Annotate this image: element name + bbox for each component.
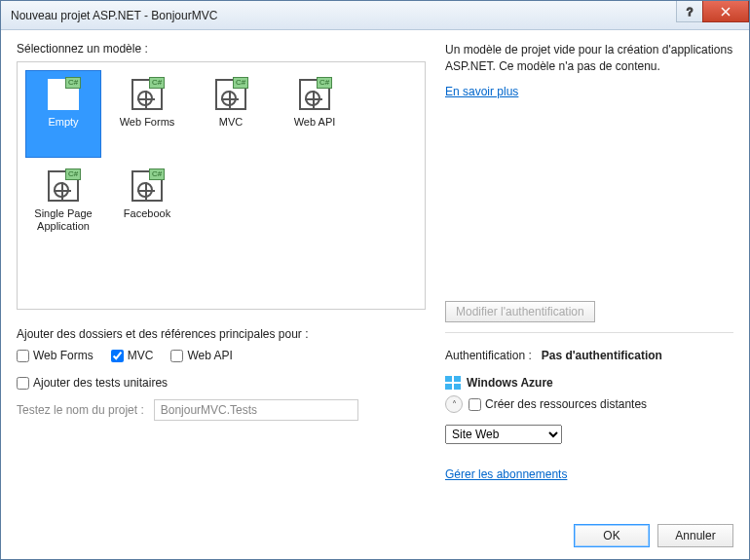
- check-unit-tests-input[interactable]: [17, 377, 29, 390]
- svg-text:?: ?: [687, 7, 693, 17]
- template-mvc[interactable]: C#MVC: [193, 70, 269, 158]
- svg-rect-4: [454, 384, 461, 390]
- modify-auth-button[interactable]: Modifier l'authentification: [445, 301, 595, 322]
- test-name-row: Testez le nom du projet :: [17, 399, 426, 421]
- template-icon: C#: [46, 168, 81, 204]
- template-icon: C#: [297, 77, 332, 112]
- check-mvc[interactable]: MVC: [111, 349, 154, 362]
- select-template-label: Sélectionnez un modèle :: [17, 42, 426, 56]
- auth-row: Authentification : Pas d'authentificatio…: [445, 349, 733, 362]
- template-facebook[interactable]: C#Facebook: [109, 162, 185, 249]
- template-web-forms[interactable]: C#Web Forms: [109, 70, 185, 158]
- ok-button[interactable]: OK: [574, 524, 650, 547]
- window-controls: ?: [677, 1, 749, 29]
- template-label: Web Forms: [120, 116, 175, 129]
- template-label: Empty: [48, 116, 78, 129]
- azure-header: Windows Azure: [445, 376, 733, 390]
- test-name-input[interactable]: [154, 399, 358, 421]
- template-icon: C#: [130, 77, 165, 112]
- template-description: Un modèle de projet vide pour la créatio…: [445, 42, 733, 75]
- close-button[interactable]: [702, 1, 749, 22]
- azure-remote-row: ˄ Créer des ressources distantes: [445, 395, 733, 413]
- dialog-footer: OK Annuler: [17, 510, 733, 547]
- template-icon: C#: [213, 77, 248, 112]
- test-name-label: Testez le nom du projet :: [17, 403, 144, 417]
- manage-subs-link[interactable]: Gérer les abonnements: [445, 467, 733, 481]
- chevron-up-icon[interactable]: ˄: [445, 395, 463, 413]
- folders-label: Ajouter des dossiers et des références p…: [17, 327, 426, 341]
- template-single-page-application[interactable]: C#Single Page Application: [25, 162, 101, 249]
- check-mvc-input[interactable]: [111, 350, 124, 362]
- template-icon: C#: [130, 168, 165, 204]
- dialog-body: Sélectionnez un modèle : C#EmptyC#Web Fo…: [1, 30, 749, 559]
- template-label: MVC: [219, 116, 243, 129]
- help-button[interactable]: ?: [676, 1, 703, 22]
- azure-resource-select[interactable]: Site Web: [445, 425, 562, 444]
- learn-more-link[interactable]: En savoir plus: [445, 85, 733, 98]
- check-unit-tests[interactable]: Ajouter des tests unitaires: [17, 376, 426, 390]
- window-title: Nouveau projet ASP.NET - BonjourMVC: [11, 9, 677, 22]
- check-create-remote-input[interactable]: [469, 398, 481, 411]
- check-webapi-input[interactable]: [170, 350, 183, 362]
- azure-icon: [445, 376, 461, 390]
- check-webapi[interactable]: Web API: [170, 349, 232, 362]
- svg-rect-2: [454, 376, 461, 382]
- template-icon: C#: [46, 77, 81, 112]
- titlebar[interactable]: Nouveau projet ASP.NET - BonjourMVC ?: [1, 1, 749, 30]
- svg-rect-1: [445, 376, 452, 382]
- template-grid: C#EmptyC#Web FormsC#MVCC#Web APIC#Single…: [17, 61, 426, 310]
- svg-rect-3: [445, 384, 452, 390]
- dialog-window: Nouveau projet ASP.NET - BonjourMVC ? Sé…: [0, 0, 750, 560]
- check-webforms-input[interactable]: [17, 350, 29, 362]
- check-webforms[interactable]: Web Forms: [17, 349, 94, 362]
- check-create-remote[interactable]: Créer des ressources distantes: [469, 397, 647, 411]
- right-panel: Un modèle de projet vide pour la créatio…: [426, 42, 733, 510]
- template-label: Single Page Application: [26, 207, 100, 233]
- azure-type-row: Site Web: [445, 425, 733, 444]
- auth-value: Pas d'authentification: [542, 349, 662, 362]
- azure-title: Windows Azure: [467, 376, 553, 390]
- template-label: Facebook: [124, 207, 170, 220]
- template-label: Web API: [294, 116, 336, 129]
- template-empty[interactable]: C#Empty: [25, 70, 101, 158]
- auth-label: Authentification :: [445, 349, 532, 362]
- template-web-api[interactable]: C#Web API: [277, 70, 353, 158]
- folder-checks: Web Forms MVC Web API: [17, 349, 426, 362]
- left-panel: Sélectionnez un modèle : C#EmptyC#Web Fo…: [17, 42, 426, 510]
- cancel-button[interactable]: Annuler: [657, 524, 733, 547]
